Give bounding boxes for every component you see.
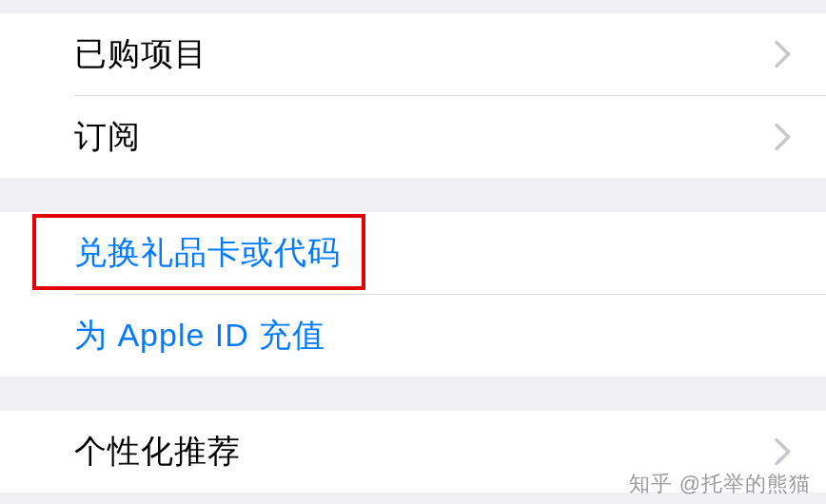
row-purchased[interactable]: 已购项目: [0, 13, 826, 95]
section-personalized: 个性化推荐: [0, 411, 826, 493]
section-gap: [0, 377, 826, 411]
chevron-right-icon: [775, 41, 792, 68]
section-gap: [0, 0, 826, 13]
row-redeem-gift-card[interactable]: 兑换礼品卡或代码: [0, 212, 826, 294]
chevron-right-icon: [775, 124, 792, 150]
subscriptions-label: 订阅: [74, 115, 141, 159]
settings-page: 已购项目 订阅 兑换礼品卡或代码 为 Apple ID 充值 个性化推荐: [0, 0, 826, 504]
personalized-label: 个性化推荐: [74, 430, 241, 474]
redeem-label: 兑换礼品卡或代码: [74, 231, 341, 275]
section-gap: [0, 178, 826, 212]
chevron-right-icon: [775, 438, 792, 465]
purchased-label: 已购项目: [74, 32, 207, 76]
section-account: 已购项目 订阅: [0, 13, 826, 178]
section-payment: 兑换礼品卡或代码 为 Apple ID 充值: [0, 212, 826, 377]
row-subscriptions[interactable]: 订阅: [0, 96, 826, 178]
row-personalized[interactable]: 个性化推荐: [0, 411, 826, 493]
row-add-funds[interactable]: 为 Apple ID 充值: [0, 295, 826, 377]
add-funds-label: 为 Apple ID 充值: [74, 314, 325, 358]
